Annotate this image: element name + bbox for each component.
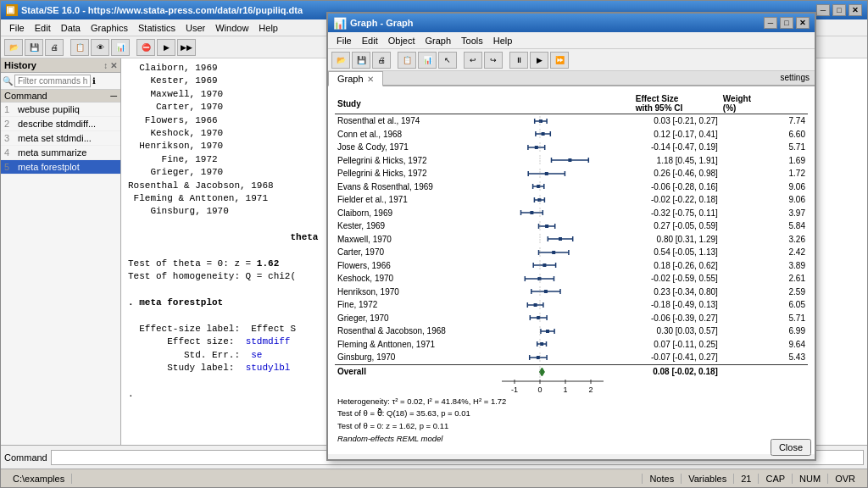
study-cell: Carter, 1970 [335, 246, 499, 259]
graph-cursor-btn[interactable]: ↖ [438, 52, 457, 69]
command-label: Command [4, 452, 47, 463]
plot-cell [499, 233, 633, 247]
weight-cell: 2.42 [721, 246, 808, 259]
tab-close-icon[interactable]: ✕ [367, 75, 374, 84]
table-row: Jose & Cody, 1971-0.14 [-0.47, 0.19]5.71 [335, 141, 808, 154]
study-cell: Rosenthal et al., 1974 [335, 114, 499, 128]
menu-window[interactable]: Window [210, 21, 253, 35]
study-cell: Jose & Cody, 1971 [335, 141, 499, 154]
table-row: Ginsburg, 1970-0.07 [-0.41, 0.27]5.43 [335, 351, 808, 364]
open-button[interactable]: 📂 [4, 39, 23, 56]
graph-menu-graph[interactable]: Graph [420, 34, 457, 47]
viewer-button[interactable]: 👁 [91, 39, 109, 56]
study-cell: Conn et al., 1968 [335, 128, 499, 141]
settings-button[interactable]: settings [776, 71, 815, 86]
table-row: Fleming & Anttonen, 19710.07 [-0.11, 0.2… [335, 338, 808, 352]
effect-cell: -0.18 [-0.49, 0.13] [633, 298, 721, 312]
svg-rect-43 [545, 225, 548, 228]
history-item-1[interactable]: 1 webuse pupiliq [1, 103, 120, 117]
graph-menu-tools[interactable]: Tools [456, 34, 488, 47]
info-icon: ℹ [92, 76, 96, 86]
run-button[interactable]: ▶▶ [177, 39, 196, 56]
log-button[interactable]: 📋 [70, 39, 89, 56]
menu-edit[interactable]: Edit [30, 21, 56, 35]
svg-marker-95 [539, 368, 544, 376]
plot-cell [499, 154, 633, 168]
graph-redo-btn[interactable]: ↪ [484, 52, 503, 69]
more-button[interactable]: ▶ [157, 39, 175, 56]
menu-graphics[interactable]: Graphics [86, 21, 133, 35]
graph-copy-btn[interactable]: 📋 [398, 52, 416, 69]
item-num: 5 [4, 162, 14, 172]
history-item-3[interactable]: 3 meta set stdmdi... [1, 131, 120, 146]
graph-pause-btn[interactable]: ⏸ [509, 52, 528, 69]
plot-cell [499, 180, 633, 194]
col-effect: Effect Sizewith 95% CI [633, 93, 721, 114]
graph-bar-btn[interactable]: 📊 [418, 52, 437, 69]
study-cell: Kester, 1969 [335, 219, 499, 233]
save-button[interactable]: 💾 [25, 39, 43, 56]
graph-play-btn[interactable]: ▶ [530, 52, 548, 69]
graph-tab-bar: Graph ✕ settings [328, 71, 815, 86]
menu-user[interactable]: User [181, 21, 210, 35]
graph-tab-main[interactable]: Graph ✕ [328, 71, 383, 86]
graph-menu-file[interactable]: File [331, 34, 357, 47]
graph-window: 📊 Graph - Graph ─ □ ✕ File Edit Object G… [326, 12, 816, 461]
plot-cell [499, 351, 633, 364]
col-weight: Weight(%) [721, 93, 808, 114]
graph-undo-btn[interactable]: ↩ [464, 52, 482, 69]
table-row: Pellegrini & Hicks, 19720.26 [-0.46, 0.9… [335, 167, 808, 180]
break-button[interactable]: ⛔ [136, 39, 155, 56]
graph-print-btn[interactable]: 🖨 [372, 52, 391, 69]
history-item-4[interactable]: 4 meta summarize [1, 146, 120, 160]
plot-cell [499, 246, 633, 259]
graph-minimize-button[interactable]: ─ [764, 17, 777, 29]
svg-text:1: 1 [564, 385, 568, 394]
menu-data[interactable]: Data [56, 21, 86, 35]
graph-menu-object[interactable]: Object [383, 34, 420, 47]
svg-rect-73 [534, 303, 537, 307]
maximize-button[interactable]: □ [832, 4, 846, 16]
effect-cell: -0.14 [-0.47, 0.19] [633, 141, 721, 154]
status-right: Notes Variables 21 CAP NUM OVR [642, 474, 862, 484]
graph-icon: 📊 [333, 17, 347, 30]
test-theta-row: Test of θ = θ̄: Q(18) = 35.63, p = 0.01 [335, 408, 808, 420]
close-btn[interactable]: Close [771, 439, 811, 456]
graph-menu-help[interactable]: Help [488, 34, 518, 47]
weight-cell: 6.05 [721, 298, 808, 312]
filter-input[interactable] [14, 75, 91, 87]
plot-cell [499, 286, 633, 299]
axis-row: -1012 [335, 379, 808, 396]
menu-help[interactable]: Help [253, 21, 283, 35]
study-cell: Flowers, 1966 [335, 259, 499, 273]
graph-open-btn[interactable]: 📂 [331, 52, 350, 69]
effect-cell: -0.06 [-0.39, 0.27] [633, 312, 721, 325]
graph-menu-edit[interactable]: Edit [357, 34, 383, 47]
print-button[interactable]: 🖨 [45, 39, 64, 56]
minimize-button[interactable]: ─ [816, 4, 830, 16]
graph-button[interactable]: 📊 [111, 39, 130, 56]
graph-menu-bar: File Edit Object Graph Tools Help [328, 32, 815, 49]
history-label: History [4, 60, 36, 70]
graph-window-controls: ─ □ ✕ [764, 17, 810, 29]
graph-save-btn[interactable]: 💾 [352, 52, 370, 69]
table-row: Rosenthal et al., 19740.03 [-0.21, 0.27]… [335, 114, 808, 128]
history-item-5[interactable]: 5 meta forestplot [1, 160, 120, 175]
history-item-2[interactable]: 2 describe stdmdiff... [1, 117, 120, 131]
menu-file[interactable]: File [4, 21, 30, 35]
study-cell: Fielder et al., 1971 [335, 193, 499, 207]
graph-maximize-button[interactable]: □ [780, 17, 793, 29]
status-path: C:\examples [6, 474, 72, 484]
graph-forward-btn[interactable]: ⏩ [550, 52, 569, 69]
plot-cell [499, 272, 633, 286]
close-button[interactable]: ✕ [849, 4, 862, 16]
effect-cell: 0.30 [0.03, 0.57] [633, 324, 721, 338]
graph-close-button[interactable]: ✕ [796, 17, 810, 29]
plot-cell [499, 259, 633, 273]
effect-cell: -0.07 [-0.41, 0.27] [633, 351, 721, 364]
forest-table: Study Effect Sizewith 95% CI Weight(%) R… [335, 93, 808, 446]
svg-rect-13 [535, 146, 538, 149]
close-panel-button[interactable]: Close [771, 439, 811, 456]
col-plot [499, 93, 633, 114]
menu-statistics[interactable]: Statistics [133, 21, 181, 35]
